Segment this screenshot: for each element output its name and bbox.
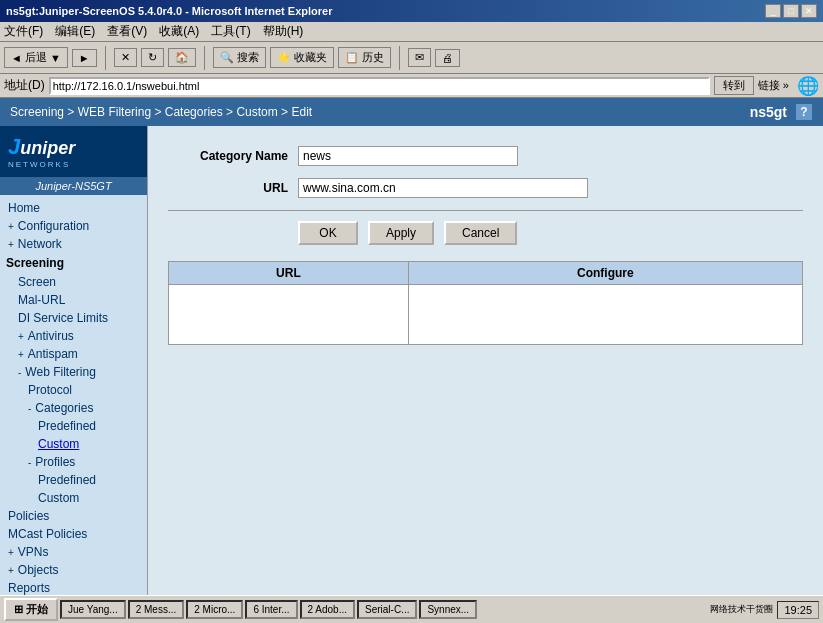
main-layout: Juniper NETWORKS Juniper-NS5GT Home + Co… — [0, 126, 823, 601]
sidebar-item-objects[interactable]: + Objects — [0, 561, 147, 579]
menu-help[interactable]: 帮助(H) — [263, 23, 304, 40]
ok-button[interactable]: OK — [298, 221, 358, 245]
taskbar-item-0[interactable]: Jue Yang... — [60, 600, 126, 619]
sidebar-nav: Home + Configuration + Network Screening… — [0, 195, 147, 601]
forward-button[interactable]: ► — [72, 49, 97, 67]
expand-icon: + — [18, 349, 24, 360]
app-header: Screening > WEB Filtering > Categories >… — [0, 98, 823, 126]
help-button[interactable]: ? — [795, 103, 813, 121]
menu-edit[interactable]: 编辑(E) — [55, 23, 95, 40]
category-name-row: Category Name — [168, 146, 803, 166]
sidebar-item-screening[interactable]: Screening — [0, 253, 147, 273]
sidebar-item-mcast[interactable]: MCast Policies — [0, 525, 147, 543]
url-table-body — [169, 285, 803, 345]
favorites-button[interactable]: ⭐ 收藏夹 — [270, 47, 334, 68]
table-row — [169, 285, 803, 345]
windows-logo-icon: ⊞ — [14, 603, 23, 616]
taskbar-item-2[interactable]: 2 Micro... — [186, 600, 243, 619]
toolbar-sep3 — [399, 46, 400, 70]
maximize-button[interactable]: □ — [783, 4, 799, 18]
sidebar-logo: Juniper NETWORKS — [0, 126, 147, 177]
sidebar-item-di-service[interactable]: DI Service Limits — [0, 309, 147, 327]
expand-minus-icon: - — [18, 367, 21, 378]
window-controls: _ □ ✕ — [765, 4, 817, 18]
print-button[interactable]: 🖨 — [435, 49, 460, 67]
sidebar-item-configuration[interactable]: + Configuration — [0, 217, 147, 235]
expand-minus-icon3: - — [28, 457, 31, 468]
taskbar-item-6[interactable]: Synnex... — [419, 600, 477, 619]
expand-icon: + — [8, 239, 14, 250]
sidebar-item-home[interactable]: Home — [0, 199, 147, 217]
back-button[interactable]: ◄ 后退 ▼ — [4, 47, 68, 68]
address-bar: 地址(D) 转到 链接 » 🌐 — [0, 74, 823, 98]
logo-text: Juniper — [8, 134, 75, 160]
address-label: 地址(D) — [4, 77, 45, 94]
clock: 19:25 — [777, 601, 819, 619]
configure-column-header: Configure — [408, 262, 802, 285]
taskbar-item-4[interactable]: 2 Adob... — [300, 600, 355, 619]
expand-icon: + — [8, 565, 14, 576]
sidebar-item-protocol[interactable]: Protocol — [0, 381, 147, 399]
sidebar-item-policies[interactable]: Policies — [0, 507, 147, 525]
start-button[interactable]: ⊞ 开始 — [4, 598, 58, 621]
sidebar-item-mal-url[interactable]: Mal-URL — [0, 291, 147, 309]
menu-bar: 文件(F) 编辑(E) 查看(V) 收藏(A) 工具(T) 帮助(H) — [0, 22, 823, 42]
sidebar: Juniper NETWORKS Juniper-NS5GT Home + Co… — [0, 126, 148, 601]
expand-icon: + — [8, 221, 14, 232]
search-button[interactable]: 🔍 搜索 — [213, 47, 266, 68]
apply-button[interactable]: Apply — [368, 221, 434, 245]
sidebar-item-antispam[interactable]: + Antispam — [0, 345, 147, 363]
sidebar-item-predefined[interactable]: Predefined — [0, 417, 147, 435]
close-button[interactable]: ✕ — [801, 4, 817, 18]
taskbar-item-5[interactable]: Serial-C... — [357, 600, 417, 619]
favorites-icon: ⭐ — [277, 51, 291, 64]
address-input[interactable] — [49, 77, 710, 95]
cancel-button[interactable]: Cancel — [444, 221, 517, 245]
history-button[interactable]: 📋 历史 — [338, 47, 391, 68]
content-area: Category Name URL OK Apply Cancel URL Co… — [148, 126, 823, 601]
back-dropdown-icon: ▼ — [50, 52, 61, 64]
home-button[interactable]: 🏠 — [168, 48, 196, 67]
header-right: ns5gt ? — [750, 103, 813, 121]
ie-logo-icon: 🌐 — [797, 75, 819, 97]
menu-view[interactable]: 查看(V) — [107, 23, 147, 40]
expand-icon: + — [8, 547, 14, 558]
links-label: 链接 » — [758, 78, 789, 93]
sidebar-item-antivirus[interactable]: + Antivirus — [0, 327, 147, 345]
sidebar-item-network[interactable]: + Network — [0, 235, 147, 253]
sidebar-item-profiles-custom[interactable]: Custom — [0, 489, 147, 507]
search-icon: 🔍 — [220, 51, 234, 64]
taskbar-right: 网络技术干货圈 19:25 — [710, 601, 819, 619]
minimize-button[interactable]: _ — [765, 4, 781, 18]
stop-button[interactable]: ✕ — [114, 48, 137, 67]
sidebar-item-custom[interactable]: Custom — [0, 435, 147, 453]
url-input[interactable] — [298, 178, 588, 198]
menu-tools[interactable]: 工具(T) — [211, 23, 250, 40]
toolbar: ◄ 后退 ▼ ► ✕ ↻ 🏠 🔍 搜索 ⭐ 收藏夹 📋 历史 ✉ 🖨 — [0, 42, 823, 74]
category-name-label: Category Name — [168, 149, 298, 163]
sidebar-item-screen[interactable]: Screen — [0, 273, 147, 291]
sidebar-item-profiles-predefined[interactable]: Predefined — [0, 471, 147, 489]
taskbar-item-3[interactable]: 6 Inter... — [245, 600, 297, 619]
sidebar-item-categories[interactable]: - Categories — [0, 399, 147, 417]
url-column-header: URL — [169, 262, 409, 285]
mail-button[interactable]: ✉ — [408, 48, 431, 67]
forward-icon: ► — [79, 52, 90, 64]
taskbar-item-1[interactable]: 2 Mess... — [128, 600, 185, 619]
window-title: ns5gt:Juniper-ScreenOS 5.4.0r4.0 - Micro… — [6, 5, 332, 17]
menu-file[interactable]: 文件(F) — [4, 23, 43, 40]
form-divider — [168, 210, 803, 211]
device-name: Juniper-NS5GT — [0, 177, 147, 195]
sidebar-item-web-filtering[interactable]: - Web Filtering — [0, 363, 147, 381]
refresh-button[interactable]: ↻ — [141, 48, 164, 67]
url-table: URL Configure — [168, 261, 803, 345]
sidebar-item-profiles[interactable]: - Profiles — [0, 453, 147, 471]
category-name-input[interactable] — [298, 146, 518, 166]
menu-favorites[interactable]: 收藏(A) — [159, 23, 199, 40]
toolbar-sep2 — [204, 46, 205, 70]
back-label: 后退 — [25, 50, 47, 65]
sidebar-item-vpns[interactable]: + VPNs — [0, 543, 147, 561]
button-row: OK Apply Cancel — [168, 221, 803, 245]
go-button[interactable]: 转到 — [714, 76, 754, 95]
title-bar: ns5gt:Juniper-ScreenOS 5.4.0r4.0 - Micro… — [0, 0, 823, 22]
